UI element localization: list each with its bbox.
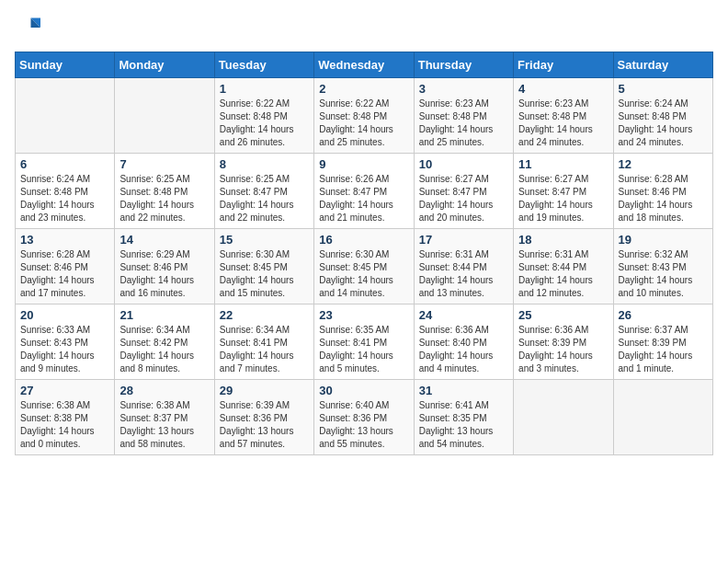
calendar-cell: 18Sunrise: 6:31 AM Sunset: 8:44 PM Dayli… bbox=[514, 229, 613, 304]
day-number: 21 bbox=[119, 308, 209, 322]
day-number: 18 bbox=[518, 233, 608, 247]
calendar-cell: 27Sunrise: 6:38 AM Sunset: 8:38 PM Dayli… bbox=[16, 380, 115, 455]
calendar-cell: 11Sunrise: 6:27 AM Sunset: 8:47 PM Dayli… bbox=[514, 154, 613, 229]
day-info: Sunrise: 6:38 AM Sunset: 8:38 PM Dayligh… bbox=[20, 399, 109, 451]
calendar-week-row: 20Sunrise: 6:33 AM Sunset: 8:43 PM Dayli… bbox=[16, 304, 713, 380]
day-number: 2 bbox=[319, 82, 408, 96]
day-number: 8 bbox=[220, 157, 309, 171]
day-info: Sunrise: 6:23 AM Sunset: 8:48 PM Dayligh… bbox=[419, 98, 508, 149]
logo-icon bbox=[15, 15, 40, 40]
calendar-cell: 20Sunrise: 6:33 AM Sunset: 8:43 PM Dayli… bbox=[16, 304, 115, 380]
day-number: 30 bbox=[319, 384, 408, 397]
calendar-cell: 19Sunrise: 6:32 AM Sunset: 8:43 PM Dayli… bbox=[613, 229, 712, 304]
day-info: Sunrise: 6:30 AM Sunset: 8:45 PM Dayligh… bbox=[319, 248, 408, 300]
calendar-header-wednesday: Wednesday bbox=[314, 52, 414, 78]
logo bbox=[15, 15, 44, 40]
calendar-cell: 9Sunrise: 6:26 AM Sunset: 8:47 PM Daylig… bbox=[314, 154, 414, 229]
day-info: Sunrise: 6:38 AM Sunset: 8:37 PM Dayligh… bbox=[119, 399, 209, 451]
day-info: Sunrise: 6:31 AM Sunset: 8:44 PM Dayligh… bbox=[518, 248, 608, 300]
day-number: 29 bbox=[220, 384, 309, 397]
calendar-header-row: SundayMondayTuesdayWednesdayThursdayFrid… bbox=[16, 52, 713, 78]
calendar-cell: 24Sunrise: 6:36 AM Sunset: 8:40 PM Dayli… bbox=[414, 304, 513, 380]
day-number: 10 bbox=[419, 157, 508, 171]
calendar-cell: 15Sunrise: 6:30 AM Sunset: 8:45 PM Dayli… bbox=[214, 229, 313, 304]
calendar-week-row: 27Sunrise: 6:38 AM Sunset: 8:38 PM Dayli… bbox=[16, 380, 713, 455]
day-info: Sunrise: 6:34 AM Sunset: 8:41 PM Dayligh… bbox=[220, 324, 309, 375]
calendar-table: SundayMondayTuesdayWednesdayThursdayFrid… bbox=[15, 52, 713, 455]
calendar-week-row: 6Sunrise: 6:24 AM Sunset: 8:48 PM Daylig… bbox=[16, 154, 713, 229]
day-number: 5 bbox=[619, 82, 708, 96]
calendar-cell: 6Sunrise: 6:24 AM Sunset: 8:48 PM Daylig… bbox=[16, 154, 115, 229]
calendar-week-row: 13Sunrise: 6:28 AM Sunset: 8:46 PM Dayli… bbox=[16, 229, 713, 304]
day-number: 16 bbox=[319, 233, 408, 247]
calendar-cell: 30Sunrise: 6:40 AM Sunset: 8:36 PM Dayli… bbox=[314, 380, 414, 455]
day-number: 1 bbox=[220, 82, 309, 96]
calendar-cell: 10Sunrise: 6:27 AM Sunset: 8:47 PM Dayli… bbox=[414, 154, 513, 229]
day-info: Sunrise: 6:26 AM Sunset: 8:47 PM Dayligh… bbox=[319, 173, 408, 224]
calendar-cell: 1Sunrise: 6:22 AM Sunset: 8:48 PM Daylig… bbox=[214, 78, 313, 154]
day-number: 26 bbox=[619, 308, 708, 322]
day-info: Sunrise: 6:22 AM Sunset: 8:48 PM Dayligh… bbox=[319, 98, 408, 149]
day-number: 23 bbox=[319, 308, 408, 322]
calendar-cell: 25Sunrise: 6:36 AM Sunset: 8:39 PM Dayli… bbox=[514, 304, 613, 380]
day-info: Sunrise: 6:28 AM Sunset: 8:46 PM Dayligh… bbox=[619, 173, 708, 224]
day-number: 19 bbox=[619, 233, 708, 247]
calendar-cell: 3Sunrise: 6:23 AM Sunset: 8:48 PM Daylig… bbox=[414, 78, 513, 154]
day-number: 4 bbox=[518, 82, 608, 96]
day-number: 25 bbox=[518, 308, 608, 322]
calendar-cell: 22Sunrise: 6:34 AM Sunset: 8:41 PM Dayli… bbox=[214, 304, 313, 380]
day-info: Sunrise: 6:32 AM Sunset: 8:43 PM Dayligh… bbox=[619, 248, 708, 300]
day-info: Sunrise: 6:33 AM Sunset: 8:43 PM Dayligh… bbox=[20, 324, 109, 375]
day-number: 22 bbox=[220, 308, 309, 322]
day-info: Sunrise: 6:29 AM Sunset: 8:46 PM Dayligh… bbox=[119, 248, 209, 300]
day-number: 20 bbox=[20, 308, 109, 322]
day-number: 27 bbox=[20, 384, 109, 397]
calendar-cell: 17Sunrise: 6:31 AM Sunset: 8:44 PM Dayli… bbox=[414, 229, 513, 304]
calendar-cell: 26Sunrise: 6:37 AM Sunset: 8:39 PM Dayli… bbox=[613, 304, 712, 380]
calendar-header-monday: Monday bbox=[115, 52, 214, 78]
calendar-cell bbox=[613, 380, 712, 455]
calendar-cell bbox=[115, 78, 214, 154]
day-number: 17 bbox=[419, 233, 508, 247]
calendar-cell: 23Sunrise: 6:35 AM Sunset: 8:41 PM Dayli… bbox=[314, 304, 414, 380]
day-info: Sunrise: 6:23 AM Sunset: 8:48 PM Dayligh… bbox=[518, 98, 608, 149]
day-info: Sunrise: 6:30 AM Sunset: 8:45 PM Dayligh… bbox=[220, 248, 309, 300]
day-number: 13 bbox=[20, 233, 109, 247]
day-number: 28 bbox=[119, 384, 209, 397]
calendar-cell: 4Sunrise: 6:23 AM Sunset: 8:48 PM Daylig… bbox=[514, 78, 613, 154]
calendar-cell: 16Sunrise: 6:30 AM Sunset: 8:45 PM Dayli… bbox=[314, 229, 414, 304]
day-info: Sunrise: 6:41 AM Sunset: 8:35 PM Dayligh… bbox=[419, 399, 508, 451]
day-info: Sunrise: 6:39 AM Sunset: 8:36 PM Dayligh… bbox=[220, 399, 309, 451]
day-number: 3 bbox=[419, 82, 508, 96]
calendar-cell: 28Sunrise: 6:38 AM Sunset: 8:37 PM Dayli… bbox=[115, 380, 214, 455]
calendar-cell bbox=[514, 380, 613, 455]
day-info: Sunrise: 6:27 AM Sunset: 8:47 PM Dayligh… bbox=[518, 173, 608, 224]
day-info: Sunrise: 6:34 AM Sunset: 8:42 PM Dayligh… bbox=[119, 324, 209, 375]
calendar-cell bbox=[16, 78, 115, 154]
calendar-header-tuesday: Tuesday bbox=[214, 52, 313, 78]
calendar-cell: 12Sunrise: 6:28 AM Sunset: 8:46 PM Dayli… bbox=[613, 154, 712, 229]
day-info: Sunrise: 6:27 AM Sunset: 8:47 PM Dayligh… bbox=[419, 173, 508, 224]
day-number: 14 bbox=[119, 233, 209, 247]
calendar-header-saturday: Saturday bbox=[613, 52, 712, 78]
calendar-header-friday: Friday bbox=[514, 52, 613, 78]
calendar-week-row: 1Sunrise: 6:22 AM Sunset: 8:48 PM Daylig… bbox=[16, 78, 713, 154]
day-info: Sunrise: 6:36 AM Sunset: 8:40 PM Dayligh… bbox=[419, 324, 508, 375]
day-number: 31 bbox=[419, 384, 508, 397]
calendar-cell: 5Sunrise: 6:24 AM Sunset: 8:48 PM Daylig… bbox=[613, 78, 712, 154]
day-info: Sunrise: 6:37 AM Sunset: 8:39 PM Dayligh… bbox=[619, 324, 708, 375]
day-number: 7 bbox=[119, 157, 209, 171]
day-number: 9 bbox=[319, 157, 408, 171]
calendar-cell: 14Sunrise: 6:29 AM Sunset: 8:46 PM Dayli… bbox=[115, 229, 214, 304]
day-info: Sunrise: 6:31 AM Sunset: 8:44 PM Dayligh… bbox=[419, 248, 508, 300]
day-info: Sunrise: 6:25 AM Sunset: 8:47 PM Dayligh… bbox=[220, 173, 309, 224]
calendar-header-thursday: Thursday bbox=[414, 52, 513, 78]
page-header bbox=[15, 15, 713, 40]
day-number: 15 bbox=[220, 233, 309, 247]
calendar-cell: 13Sunrise: 6:28 AM Sunset: 8:46 PM Dayli… bbox=[16, 229, 115, 304]
calendar-cell: 21Sunrise: 6:34 AM Sunset: 8:42 PM Dayli… bbox=[115, 304, 214, 380]
day-info: Sunrise: 6:24 AM Sunset: 8:48 PM Dayligh… bbox=[619, 98, 708, 149]
day-info: Sunrise: 6:25 AM Sunset: 8:48 PM Dayligh… bbox=[119, 173, 209, 224]
day-number: 6 bbox=[20, 157, 109, 171]
calendar-cell: 2Sunrise: 6:22 AM Sunset: 8:48 PM Daylig… bbox=[314, 78, 414, 154]
